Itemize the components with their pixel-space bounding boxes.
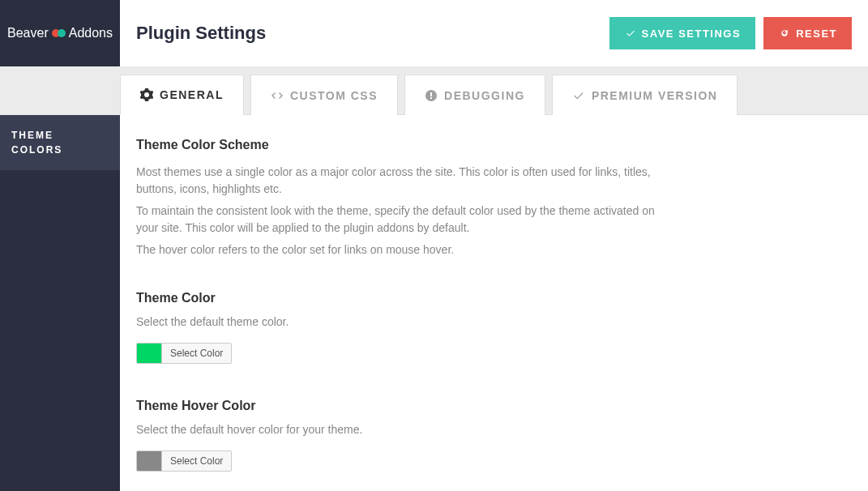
tab-label: DEBUGGING xyxy=(444,89,525,102)
scheme-desc-1: Most themes use a single color as a majo… xyxy=(136,164,655,198)
check-icon xyxy=(572,89,585,102)
brand-post: Addons xyxy=(69,26,113,41)
tab-label: GENERAL xyxy=(160,88,224,101)
tab-label: PREMIUM VERSION xyxy=(592,89,718,102)
scheme-title: Theme Color Scheme xyxy=(136,138,852,152)
hover-color-swatch[interactable] xyxy=(137,451,161,471)
theme-color-field: Theme Color Select the default theme col… xyxy=(136,291,852,366)
hover-color-field: Theme Hover Color Select the default hov… xyxy=(136,399,852,474)
svg-rect-1 xyxy=(430,92,432,96)
code-icon xyxy=(271,89,284,102)
gear-icon xyxy=(140,88,153,101)
tab-label: CUSTOM CSS xyxy=(290,89,378,102)
sidebar-gap xyxy=(0,66,120,115)
alert-icon xyxy=(425,89,438,102)
theme-color-picker[interactable]: Select Color xyxy=(136,343,232,364)
sidebar-item-theme-colors[interactable]: THEME COLORS xyxy=(0,115,120,170)
select-color-button[interactable]: Select Color xyxy=(161,451,231,471)
tab-premium[interactable]: PREMIUM VERSION xyxy=(552,75,738,115)
topbar-actions: SAVE SETTINGS RESET xyxy=(609,17,852,49)
brand-pre: Beaver xyxy=(7,26,49,41)
tabbar: GENERAL CUSTOM CSS DEBUGGING PREMIUM VER… xyxy=(120,66,868,114)
tab-debugging[interactable]: DEBUGGING xyxy=(404,75,545,115)
brand-logo: Beaver Addons xyxy=(0,0,120,66)
tab-custom-css[interactable]: CUSTOM CSS xyxy=(250,75,398,115)
hover-color-desc: Select the default hover color for your … xyxy=(136,423,852,436)
page-title: Plugin Settings xyxy=(136,23,266,44)
save-label: SAVE SETTINGS xyxy=(642,28,742,40)
scheme-desc-3: The hover color refers to the color set … xyxy=(136,241,655,258)
hover-color-picker[interactable]: Select Color xyxy=(136,450,232,472)
save-settings-button[interactable]: SAVE SETTINGS xyxy=(609,17,756,49)
reset-button[interactable]: RESET xyxy=(763,17,852,49)
select-color-button[interactable]: Select Color xyxy=(161,344,231,363)
topbar: Plugin Settings SAVE SETTINGS RESET xyxy=(120,0,868,66)
scheme-desc-2: To maintain the consistent look with the… xyxy=(136,203,655,237)
hover-color-title: Theme Hover Color xyxy=(136,399,852,413)
main: Plugin Settings SAVE SETTINGS RESET xyxy=(120,0,868,491)
check-icon xyxy=(624,27,637,40)
sidebar-item-label: THEME COLORS xyxy=(11,130,62,156)
reset-label: RESET xyxy=(796,28,837,40)
sidebar: Beaver Addons THEME COLORS xyxy=(0,0,120,491)
refresh-icon xyxy=(778,27,791,40)
tab-general[interactable]: GENERAL xyxy=(120,75,244,115)
theme-color-title: Theme Color xyxy=(136,291,852,305)
brand-logo-icon xyxy=(52,29,66,37)
svg-rect-2 xyxy=(430,97,432,99)
theme-color-swatch[interactable] xyxy=(137,344,161,363)
content: Theme Color Scheme Most themes use a sin… xyxy=(120,114,868,491)
theme-color-desc: Select the default theme color. xyxy=(136,315,852,328)
